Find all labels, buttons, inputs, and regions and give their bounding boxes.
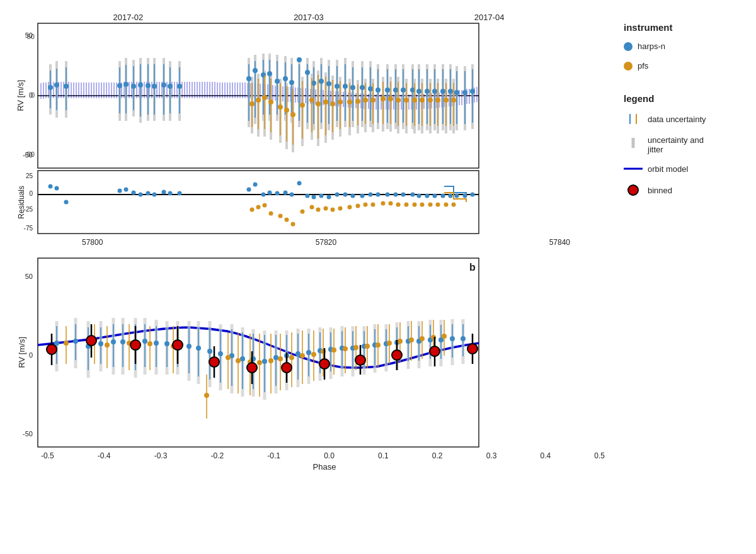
svg-point-665 bbox=[282, 363, 292, 373]
svg-point-442 bbox=[285, 218, 289, 222]
svg-point-449 bbox=[338, 206, 343, 211]
svg-text:-50: -50 bbox=[23, 151, 33, 159]
svg-point-579 bbox=[164, 341, 169, 346]
phase-tick-2: -0.3 bbox=[154, 451, 168, 460]
svg-point-397 bbox=[64, 200, 69, 205]
svg-point-293 bbox=[117, 83, 122, 88]
bottom-panel: RV [m/s] 50 0 -50 bbox=[6, 258, 611, 548]
svg-point-363 bbox=[278, 105, 283, 110]
svg-point-453 bbox=[371, 203, 375, 207]
svg-point-426 bbox=[394, 193, 398, 197]
svg-point-302 bbox=[246, 76, 251, 81]
svg-text:0: 0 bbox=[29, 351, 33, 359]
plots-area: 2017-02 2017-03 2017-04 RV [m/s] bbox=[6, 13, 611, 548]
svg-point-626 bbox=[353, 345, 358, 350]
phase-label: Phase bbox=[38, 462, 611, 472]
binned-label: binned bbox=[648, 186, 672, 195]
svg-rect-464 bbox=[38, 258, 479, 447]
svg-point-669 bbox=[430, 346, 440, 356]
svg-point-627 bbox=[365, 344, 370, 349]
phase-tick-0: -0.5 bbox=[41, 451, 54, 460]
svg-point-613 bbox=[204, 393, 209, 398]
svg-point-406 bbox=[178, 191, 182, 196]
svg-point-446 bbox=[316, 208, 321, 212]
svg-point-315 bbox=[343, 84, 348, 89]
svg-point-395 bbox=[49, 184, 53, 189]
svg-point-670 bbox=[467, 344, 478, 354]
svg-text:-50: -50 bbox=[23, 430, 33, 438]
svg-point-374 bbox=[363, 98, 368, 103]
svg-point-400 bbox=[132, 191, 136, 195]
svg-point-294 bbox=[123, 82, 129, 87]
svg-point-320 bbox=[385, 88, 390, 93]
svg-point-436 bbox=[471, 193, 475, 197]
svg-point-437 bbox=[250, 208, 255, 212]
svg-point-330 bbox=[462, 90, 467, 95]
svg-text:50: 50 bbox=[25, 273, 33, 280]
svg-point-447 bbox=[324, 206, 328, 211]
svg-point-628 bbox=[375, 342, 381, 348]
svg-point-624 bbox=[331, 348, 336, 353]
rv-plot-svg: 50 0 -50 // Will draw in JS below bbox=[38, 23, 479, 168]
svg-point-295 bbox=[131, 84, 136, 89]
binned-icon bbox=[627, 184, 639, 196]
main-container: 2017-02 2017-03 2017-04 RV [m/s] bbox=[0, 0, 756, 554]
svg-point-316 bbox=[350, 85, 355, 90]
svg-point-308 bbox=[289, 80, 294, 85]
svg-point-615 bbox=[236, 358, 241, 363]
svg-point-581 bbox=[186, 344, 192, 349]
svg-point-409 bbox=[261, 193, 266, 197]
mjd-tick-0: 57800 bbox=[82, 238, 103, 247]
svg-point-319 bbox=[375, 88, 381, 93]
svg-point-401 bbox=[139, 193, 143, 197]
svg-point-440 bbox=[269, 212, 273, 216]
svg-point-380 bbox=[412, 98, 417, 103]
svg-point-443 bbox=[291, 222, 295, 227]
phase-tick-8: 0.3 bbox=[486, 451, 497, 460]
svg-point-614 bbox=[226, 355, 231, 360]
svg-point-620 bbox=[289, 355, 294, 360]
svg-point-329 bbox=[454, 90, 459, 95]
svg-point-379 bbox=[404, 98, 409, 103]
uncertainty-jitter-item: uncertainty and jitter bbox=[624, 135, 743, 154]
pfs-legend-item: pfs bbox=[624, 61, 743, 71]
svg-text:0: 0 bbox=[29, 91, 33, 99]
svg-point-661 bbox=[130, 340, 140, 350]
svg-point-415 bbox=[306, 194, 310, 198]
svg-point-445 bbox=[310, 205, 314, 210]
svg-point-304 bbox=[261, 72, 266, 77]
phase-plot-svg: 50 0 -50 bbox=[38, 258, 479, 447]
svg-point-448 bbox=[331, 208, 335, 212]
svg-point-399 bbox=[124, 188, 129, 192]
data-uncertainty-item: data uncertainty bbox=[624, 113, 743, 125]
svg-point-584 bbox=[218, 351, 223, 356]
svg-point-424 bbox=[376, 193, 381, 197]
svg-point-428 bbox=[411, 193, 415, 197]
svg-point-439 bbox=[263, 203, 267, 208]
uncertainty-jitter-label: uncertainty and jitter bbox=[648, 135, 704, 154]
svg-point-631 bbox=[409, 337, 414, 342]
svg-point-369 bbox=[323, 99, 328, 105]
svg-point-668 bbox=[392, 350, 402, 360]
svg-point-322 bbox=[401, 88, 406, 93]
svg-point-589 bbox=[273, 355, 278, 360]
mjd-tick-2: 57840 bbox=[549, 238, 570, 247]
top-date-axis: 2017-02 2017-03 2017-04 bbox=[6, 13, 611, 23]
svg-point-310 bbox=[305, 70, 310, 75]
svg-point-455 bbox=[389, 201, 393, 206]
svg-point-586 bbox=[240, 356, 245, 361]
svg-point-313 bbox=[326, 81, 331, 86]
binned-item: binned bbox=[624, 184, 743, 196]
svg-point-381 bbox=[420, 98, 425, 103]
date-label-0: 2017-02 bbox=[113, 13, 143, 22]
svg-point-416 bbox=[312, 195, 316, 200]
svg-point-385 bbox=[451, 98, 456, 103]
svg-point-667 bbox=[355, 355, 365, 365]
legend-area: instrument harps-n pfs legend data uncer… bbox=[611, 13, 750, 548]
svg-point-370 bbox=[330, 101, 335, 106]
date-label-1: 2017-03 bbox=[294, 13, 324, 22]
svg-point-663 bbox=[209, 357, 219, 367]
svg-point-410 bbox=[268, 191, 272, 195]
svg-point-659 bbox=[47, 344, 57, 354]
orbit-model-label: orbit model bbox=[648, 164, 688, 174]
